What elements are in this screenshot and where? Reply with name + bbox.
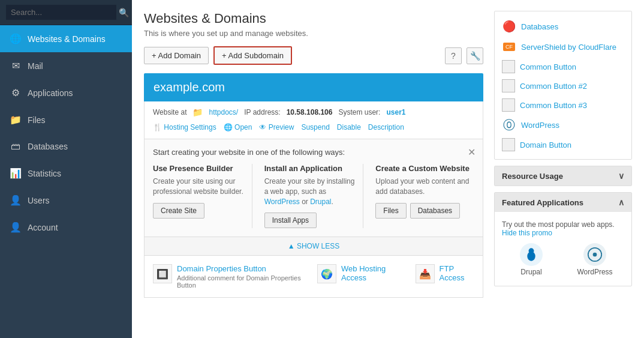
add-subdomain-button[interactable]: + Add Subdomain xyxy=(213,46,292,65)
domain-prop-text: Domain Properties Button Additional comm… xyxy=(177,264,305,289)
databases-right-label[interactable]: Databases xyxy=(521,22,558,31)
files-button[interactable]: Files xyxy=(375,203,406,219)
suspend-link[interactable]: Suspend xyxy=(301,123,329,131)
resource-usage-section: Resource Usage ∨ xyxy=(494,166,632,186)
sidebar-item-label: Databases xyxy=(28,142,68,151)
common-button-2-label[interactable]: Common Button #2 xyxy=(520,82,587,91)
sidebar-item-label: Mail xyxy=(28,61,43,71)
databases-right-link[interactable]: 🔴 Databases xyxy=(501,16,625,37)
hosting-settings-link[interactable]: 🍴 Hosting Settings xyxy=(153,123,216,131)
databases-button[interactable]: Databases xyxy=(410,203,460,219)
common-button-3-link[interactable]: Common Button #3 xyxy=(501,95,625,115)
resource-usage-header[interactable]: Resource Usage ∨ xyxy=(495,166,631,186)
description-link[interactable]: Description xyxy=(368,123,404,131)
common-btn1-icon xyxy=(502,60,515,73)
left-panel: Websites & Domains This is where you set… xyxy=(144,11,483,327)
globe-icon: 🌐 xyxy=(10,33,22,44)
main-content: Websites & Domains This is where you set… xyxy=(132,0,644,338)
drupal-link[interactable]: Drupal xyxy=(310,198,331,206)
common-btn3-icon xyxy=(502,98,515,112)
wordpress-right-link[interactable]: ⓪ WordPress xyxy=(501,115,625,135)
sidebar-item-websites-domains[interactable]: 🌐 Websites & Domains xyxy=(0,25,132,52)
wordpress-right-label[interactable]: WordPress xyxy=(521,121,559,130)
domain-button-label[interactable]: Domain Button xyxy=(520,140,571,149)
cf-badge: CF xyxy=(503,43,515,51)
domain-detail: Website at 📁 httpdocs/ IP address: 10.58… xyxy=(144,101,483,139)
httpdocs-link[interactable]: httpdocs/ xyxy=(209,108,238,116)
sidebar-item-label: Users xyxy=(28,196,50,205)
sidebar-item-label: Files xyxy=(28,115,46,125)
account-icon: 👤 xyxy=(10,222,22,233)
wordpress-link[interactable]: WordPress xyxy=(264,198,300,206)
sidebar-item-statistics[interactable]: 📊 Statistics xyxy=(0,160,132,187)
sidebar-item-label: Statistics xyxy=(28,169,61,178)
sidebar-item-databases[interactable]: 🗃 Databases xyxy=(0,133,132,160)
right-links-section: 🔴 Databases CF ServerShield by CloudFlar… xyxy=(494,11,632,160)
featured-apps-section: Featured Applications ∧ Try out the most… xyxy=(494,192,632,286)
ftp-text: FTP Access xyxy=(440,264,474,282)
wordpress-app[interactable]: WordPress xyxy=(565,243,624,276)
settings-button[interactable]: 🔧 xyxy=(467,47,483,64)
content-area: Websites & Domains This is where you set… xyxy=(132,0,644,338)
wordpress-icon: ⓪ xyxy=(502,118,516,132)
drupal-icon xyxy=(520,243,543,266)
start-option-custom: Create a Custom Website Upload your web … xyxy=(375,164,474,228)
sidebar-item-mail[interactable]: ✉ Mail xyxy=(0,52,132,79)
ftp-access-item: 📥 FTP Access xyxy=(416,264,474,289)
domain-prop-icon: 🔲 xyxy=(153,264,172,283)
drupal-app[interactable]: Drupal xyxy=(502,243,561,276)
add-domain-button[interactable]: + Add Domain xyxy=(144,47,209,64)
common-btn2-icon xyxy=(502,79,515,92)
domain-properties-link[interactable]: Domain Properties Button xyxy=(177,264,266,273)
ftp-link[interactable]: FTP Access xyxy=(440,264,465,282)
sidebar-item-account[interactable]: 👤 Account xyxy=(0,214,132,241)
preview-link[interactable]: 👁 Preview xyxy=(259,123,294,131)
install-apps-button[interactable]: Install Apps xyxy=(264,213,317,228)
files-icon: 📁 xyxy=(10,114,22,125)
search-input[interactable] xyxy=(6,5,116,20)
drupal-label: Drupal xyxy=(520,268,541,276)
common-button-3-label[interactable]: Common Button #3 xyxy=(520,101,587,110)
web-hosting-item: 🌍 Web Hosting Access xyxy=(317,264,403,289)
servershield-label[interactable]: ServerShield by CloudFlare xyxy=(521,43,616,52)
website-at-label: Website at xyxy=(153,108,186,116)
featured-apps-chevron: ∧ xyxy=(618,198,624,207)
domain-button-link[interactable]: Domain Button xyxy=(501,135,625,154)
svg-point-1 xyxy=(529,248,534,253)
install-heading: Install an Application xyxy=(264,164,359,173)
custom-desc: Upload your web content and add database… xyxy=(375,177,470,197)
custom-heading: Create a Custom Website xyxy=(375,164,470,173)
featured-apps-header[interactable]: Featured Applications ∧ xyxy=(495,193,631,212)
mail-icon: ✉ xyxy=(10,60,22,71)
page-subtitle: This is where you set up and manage webs… xyxy=(144,29,483,38)
common-button-1-link[interactable]: Common Button xyxy=(501,57,625,76)
help-button[interactable]: ? xyxy=(445,47,462,64)
start-box-title: Start creating your website in one of th… xyxy=(153,148,474,157)
users-icon: 👤 xyxy=(10,195,22,206)
wordpress-app-icon xyxy=(583,243,606,266)
sidebar-item-applications[interactable]: ⚙ Applications xyxy=(0,79,132,106)
servershield-right-link[interactable]: CF ServerShield by CloudFlare xyxy=(501,37,625,57)
create-site-button[interactable]: Create Site xyxy=(153,203,204,219)
domain-name-header: example.com xyxy=(144,73,483,101)
sidebar-item-users[interactable]: 👤 Users xyxy=(0,187,132,214)
disable-link[interactable]: Disable xyxy=(337,123,361,131)
search-icon: 🔍 xyxy=(119,8,129,17)
start-options: Use Presence Builder Create your site us… xyxy=(153,164,474,228)
sidebar-item-files[interactable]: 📁 Files xyxy=(0,106,132,133)
web-hosting-link[interactable]: Web Hosting Access xyxy=(341,264,386,282)
featured-apps-label: Featured Applications xyxy=(502,198,583,207)
sysuser-value: user1 xyxy=(386,108,405,116)
gear-icon: ⚙ xyxy=(10,87,22,98)
hide-promo-link[interactable]: Hide this promo xyxy=(502,229,552,237)
common-button-2-link[interactable]: Common Button #2 xyxy=(501,76,625,95)
open-link[interactable]: 🌐 Open xyxy=(224,123,252,131)
sidebar-item-label: Account xyxy=(28,223,58,232)
sidebar-item-label: Websites & Domains xyxy=(28,34,106,44)
common-button-1-label[interactable]: Common Button xyxy=(520,62,576,71)
close-start-box-button[interactable]: ✕ xyxy=(468,146,476,158)
show-less-bar[interactable]: ▲ SHOW LESS xyxy=(144,237,483,256)
cloudflare-icon: CF xyxy=(502,40,516,54)
domain-properties-item: 🔲 Domain Properties Button Additional co… xyxy=(153,264,305,289)
featured-apps-desc: Try out the most popular web apps. Hide … xyxy=(501,217,625,238)
